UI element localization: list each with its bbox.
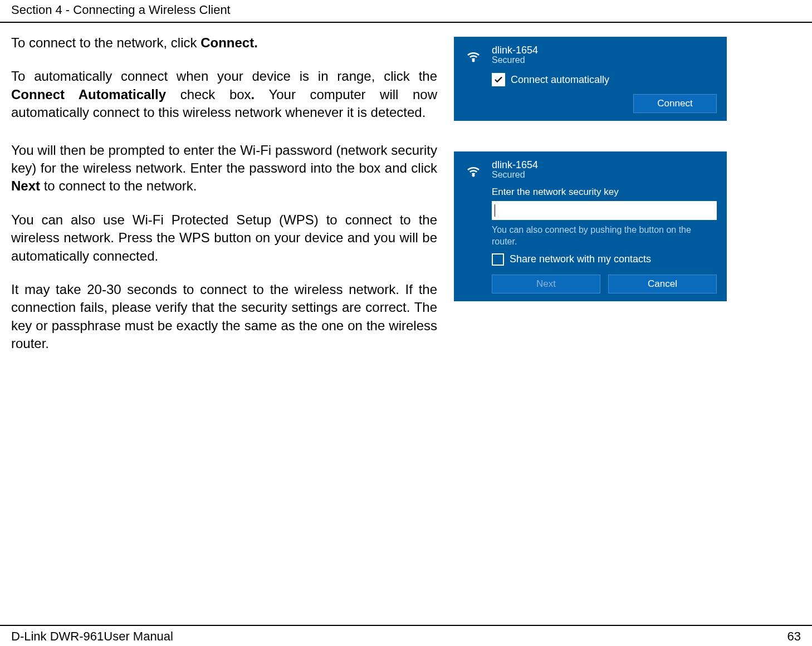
connect-auto-label: Connect automatically <box>511 74 609 86</box>
checkbox-empty-icon[interactable] <box>492 253 504 266</box>
wifi-icon <box>464 46 483 65</box>
p2-text-c: check box <box>166 87 251 102</box>
wifi-ssid: dlink-1654 <box>492 45 538 56</box>
wifi-connect-panel: dlink-1654 Secured Connect automatically… <box>454 37 727 121</box>
page-footer: D-Link DWR-961User Manual 63 <box>0 625 812 644</box>
share-network-row[interactable]: Share network with my contacts <box>492 253 717 266</box>
wifi-header-row: dlink-1654 Secured <box>464 45 717 65</box>
content-area: To connect to the network, click Connect… <box>0 23 812 379</box>
wifi-status-2: Secured <box>492 170 538 180</box>
next-button[interactable]: Next <box>492 275 600 293</box>
paragraph-1: To connect to the network, click Connect… <box>11 34 437 52</box>
panel2-body: Enter the network security key You can a… <box>464 187 717 293</box>
wifi-ssid-2: dlink-1654 <box>492 159 538 171</box>
svg-point-0 <box>473 60 475 61</box>
cancel-button[interactable]: Cancel <box>608 275 717 293</box>
p1-text: To connect to the network, click <box>11 35 200 50</box>
wifi-header-row-2: dlink-1654 Secured <box>464 159 717 180</box>
svg-point-1 <box>473 174 475 176</box>
paragraph-2: To automatically connect when your devic… <box>11 67 437 121</box>
connect-button-row: Connect <box>492 94 717 113</box>
wifi-name-block-2: dlink-1654 Secured <box>492 159 538 180</box>
p2-bold-connect-auto: Connect Automatically <box>11 87 166 102</box>
wifi-password-panel: dlink-1654 Secured Enter the network sec… <box>454 151 727 301</box>
p1-bold-connect: Connect. <box>200 35 258 50</box>
p2-text-a: To automatically connect when your devic… <box>11 68 437 84</box>
paragraph-4: You can also use Wi-Fi Protected Setup (… <box>11 211 437 265</box>
wps-hint-text: You can also connect by pushing the butt… <box>492 224 717 248</box>
wifi-status: Secured <box>492 55 538 65</box>
security-key-input[interactable] <box>492 201 717 220</box>
panel1-body: Connect automatically Connect <box>464 73 717 113</box>
screenshots-column: dlink-1654 Secured Connect automatically… <box>454 34 801 368</box>
text-cursor-icon <box>495 204 495 217</box>
share-network-label: Share network with my contacts <box>510 253 651 265</box>
p3-text-c: to connect to the network. <box>40 178 197 193</box>
footer-page-number: 63 <box>787 629 801 644</box>
connect-button[interactable]: Connect <box>633 94 717 113</box>
p3-text-a: You will then be prompted to enter the W… <box>11 143 437 175</box>
wifi-icon <box>464 160 483 179</box>
connect-auto-row[interactable]: Connect automatically <box>492 73 717 86</box>
footer-manual-title: D-Link DWR-961User Manual <box>11 629 173 644</box>
p3-bold-next: Next <box>11 178 40 193</box>
security-key-prompt: Enter the network security key <box>492 187 717 198</box>
paragraph-3: You will then be prompted to enter the W… <box>11 141 437 195</box>
paragraph-5: It may take 20-30 seconds to connect to … <box>11 281 437 353</box>
wifi-name-block: dlink-1654 Secured <box>492 45 538 65</box>
next-cancel-row: Next Cancel <box>492 275 717 293</box>
instruction-text: To connect to the network, click Connect… <box>11 34 437 368</box>
section-header: Section 4 - Connecting a Wireless Client <box>0 0 812 23</box>
checkbox-checked-icon[interactable] <box>492 73 505 86</box>
